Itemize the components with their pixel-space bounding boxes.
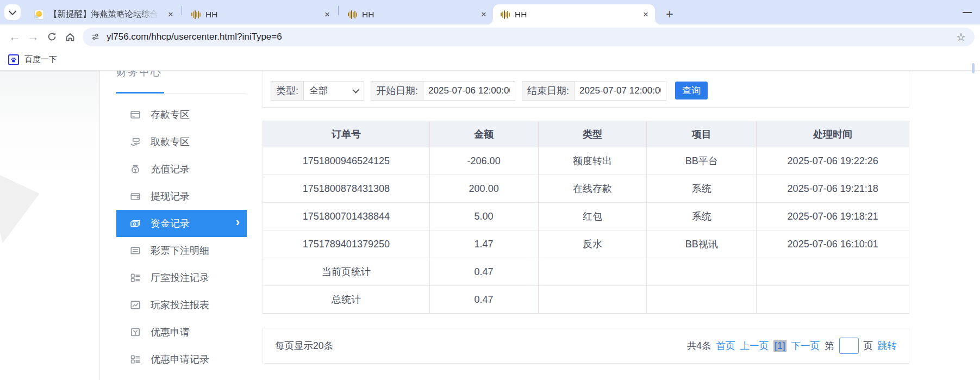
type-select-value: 全部 <box>309 84 328 97</box>
page-content: 财务中心 存款专区 › 取款专区 › 充值记录 › 提现记录 › 资金记录 › … <box>0 71 980 380</box>
table-cell: 2025-07-06 16:10:01 <box>757 231 909 258</box>
sidebar-item-label: 充值记录 <box>151 163 190 176</box>
tab-close-icon[interactable]: × <box>641 10 651 20</box>
forward-button[interactable]: → <box>24 28 42 46</box>
column-header: 处理时间 <box>757 121 909 147</box>
new-tab-button[interactable]: + <box>662 7 677 22</box>
prev-page-link[interactable]: 上一页 <box>740 339 769 352</box>
table-cell: BB平台 <box>647 147 757 175</box>
bookmark-star-icon[interactable]: ☆ <box>956 30 966 43</box>
sidebar-item-list2[interactable]: 厅室投注记录 › <box>116 264 247 291</box>
left-gutter <box>0 71 99 380</box>
watermark-triangle <box>0 155 49 243</box>
hh-favicon <box>347 10 357 20</box>
chevron-down-icon <box>352 86 359 94</box>
browser-tab[interactable]: 【新提醒】海燕策略论坛综合交 × <box>27 4 180 24</box>
first-page-link[interactable]: 首页 <box>716 339 735 352</box>
table-cell <box>538 258 647 286</box>
end-date-group: 结束日期: <box>522 81 666 101</box>
home-button[interactable] <box>61 28 79 46</box>
sidebar-item-hand[interactable]: 取款专区 › <box>116 128 247 155</box>
table-cell: 2025-07-06 19:18:21 <box>757 203 909 231</box>
address-bar[interactable]: yl756.com/hhcp/usercenter.html?iniType=6… <box>83 28 975 46</box>
table-cell: 系统 <box>647 175 757 203</box>
main-panel: 类型: 全部 开始日期: 结束日期: 查询 <box>263 71 909 364</box>
start-date-group: 开始日期: <box>371 81 515 101</box>
sidebar-item-label: 厅室投注记录 <box>151 271 209 284</box>
table-cell: 1751800946524125 <box>263 147 430 175</box>
table-cell: 红包 <box>538 203 647 231</box>
coupon-icon <box>130 327 141 338</box>
table-cell: 系统 <box>647 203 757 231</box>
sidebar-item-label: 提现记录 <box>151 190 190 203</box>
browser-toolbar: ← → yl756.com/hhcp/usercenter.html <box>0 24 980 49</box>
jump-label-suffix: 页 <box>864 339 873 352</box>
table-row: 当前页统计0.47 <box>263 258 909 286</box>
hh-favicon <box>500 10 510 20</box>
table-cell: 2025-07-06 19:22:26 <box>757 147 909 175</box>
tab-close-icon[interactable]: × <box>479 10 489 20</box>
end-date-input[interactable] <box>574 81 666 101</box>
sidebar-item-card[interactable]: 存款专区 › <box>116 101 247 128</box>
tab-search-button[interactable] <box>4 4 21 20</box>
column-header: 项目 <box>647 121 757 147</box>
sidebar-item-label: 资金记录 <box>151 217 190 230</box>
browser-tab[interactable]: HH × <box>493 4 655 24</box>
list2-icon <box>130 272 141 283</box>
tab-title: HH <box>362 10 474 20</box>
column-header: 类型 <box>538 121 647 147</box>
browser-tab[interactable]: HH × <box>184 4 336 24</box>
table-cell: -206.00 <box>429 147 538 175</box>
search-button[interactable]: 查询 <box>675 82 708 99</box>
chevron-right-icon: › <box>236 215 240 229</box>
start-date-input[interactable] <box>423 81 515 101</box>
sidebar-item-bag[interactable]: 充值记录 › <box>116 155 247 183</box>
sidebar-item-label: 玩家投注报表 <box>151 298 209 312</box>
sidebar-item-list[interactable]: 彩票下注明细 › <box>116 237 247 264</box>
table-row: 1751800878431308200.00在线存款系统2025-07-06 1… <box>263 175 909 203</box>
site-info-icon[interactable] <box>91 33 99 41</box>
type-select[interactable]: 全部 <box>303 81 364 101</box>
table-cell: BB视讯 <box>647 231 757 258</box>
pagination-bar: 每页显示20条 共4条 首页 上一页 [1] 下一页 第 页 跳转 <box>263 328 909 364</box>
table-cell: 1751800701438844 <box>263 203 430 231</box>
next-page-link[interactable]: 下一页 <box>791 339 820 352</box>
sidebar-item-list2[interactable]: 优惠申请记录 › <box>116 346 247 373</box>
table-cell: 总统计 <box>263 286 430 314</box>
sidebar-item-coupon[interactable]: 优惠申请 › <box>116 319 247 346</box>
table-cell <box>757 258 909 286</box>
tab-divider <box>338 6 339 15</box>
sidebar-item-label: 优惠申请 <box>151 326 190 339</box>
minimize-button[interactable] <box>963 12 972 13</box>
sidebar-item-cash[interactable]: 资金记录 › <box>116 210 247 237</box>
table-cell: 1.47 <box>429 231 538 258</box>
scrollbar-thumb[interactable] <box>972 63 975 73</box>
tab-strip: 【新提醒】海燕策略论坛综合交 × HH × HH × HH × + <box>0 0 980 24</box>
jump-label-prefix: 第 <box>825 339 834 352</box>
cash-icon <box>130 218 141 229</box>
jump-button[interactable]: 跳转 <box>878 339 897 352</box>
tab-close-icon[interactable]: × <box>322 10 332 20</box>
page-number-input[interactable] <box>839 338 859 354</box>
bookmark-label: 百度一下 <box>24 54 57 65</box>
filter-bar: 类型: 全部 开始日期: 结束日期: 查询 <box>263 71 909 108</box>
table-row: 总统计0.47 <box>263 286 909 314</box>
reload-button[interactable] <box>42 28 61 46</box>
tab-title: 【新提醒】海燕策略论坛综合交 <box>49 9 161 20</box>
tab-close-icon[interactable]: × <box>166 10 176 20</box>
table-cell: 0.47 <box>429 286 538 314</box>
table-cell <box>647 258 757 286</box>
bag-icon <box>130 164 141 175</box>
table-row: 17517894013792501.47反水BB视讯2025-07-06 16:… <box>263 231 909 258</box>
sidebar-item-chart[interactable]: 玩家投注报表 › <box>116 291 247 319</box>
table-cell: 在线存款 <box>538 175 647 203</box>
records-table-card: 订单号金额类型项目处理时间 1751800946524125-206.00额度转… <box>263 121 909 314</box>
sidebar-item-wallet[interactable]: 提现记录 › <box>116 183 247 210</box>
bookmark-baidu[interactable]: 百度一下 <box>8 54 57 65</box>
total-count: 共4条 <box>687 339 711 352</box>
back-button[interactable]: ← <box>5 28 24 46</box>
browser-tab[interactable]: HH × <box>340 4 493 24</box>
records-table: 订单号金额类型项目处理时间 1751800946524125-206.00额度转… <box>263 121 909 314</box>
table-cell: 1751789401379250 <box>263 231 430 258</box>
sidebar-header: 财务中心 <box>100 71 246 94</box>
